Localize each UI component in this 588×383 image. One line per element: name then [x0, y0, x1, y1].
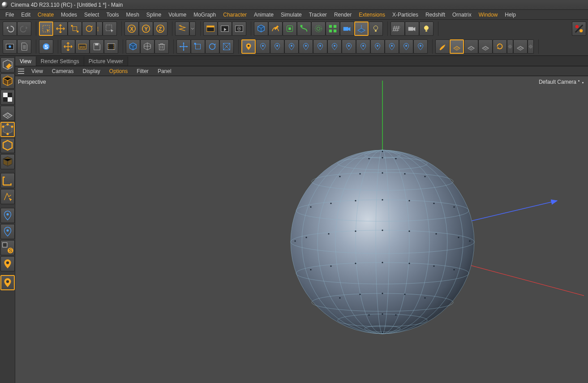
axis-mode-icon[interactable]	[0, 173, 15, 188]
grid-toggle-icon[interactable]	[391, 22, 405, 36]
snap-grid-icon[interactable]	[313, 39, 327, 54]
cube-convert-icon[interactable]	[126, 39, 140, 54]
save-icon[interactable]	[90, 39, 104, 54]
search-blue-icon[interactable]: S	[39, 39, 53, 54]
menu-animate[interactable]: Animate	[250, 11, 277, 19]
psr-lock-icon[interactable]: PSR	[96, 22, 103, 36]
menu-extensions[interactable]: Extensions	[355, 11, 389, 19]
make-editable-icon[interactable]	[0, 57, 15, 73]
cycle-icon[interactable]	[493, 39, 507, 54]
viewport-solo-icon[interactable]: S	[0, 240, 15, 255]
irr-icon[interactable]: IRR	[75, 39, 90, 54]
menu-render[interactable]: Render	[330, 11, 355, 19]
floor-icon[interactable]	[354, 22, 369, 36]
gear-grey2-icon[interactable]	[528, 39, 534, 54]
camera-tag-icon[interactable]	[405, 22, 419, 36]
panel-tab-view[interactable]: View	[15, 56, 36, 66]
tweak-mode-icon[interactable]	[0, 189, 15, 204]
doc-icon[interactable]	[17, 39, 31, 54]
menu-modes[interactable]: Modes	[57, 11, 81, 19]
render-settings-icon[interactable]	[232, 22, 246, 36]
snap-more-icon[interactable]	[413, 39, 428, 54]
plane-y-icon[interactable]	[478, 39, 493, 54]
reset-plane-icon[interactable]	[513, 39, 528, 54]
points-mode-icon[interactable]	[0, 122, 15, 137]
menu-ornatrix[interactable]: Ornatrix	[449, 11, 475, 19]
generator-icon[interactable]	[283, 22, 297, 36]
viewmenu-display[interactable]: Display	[78, 67, 104, 75]
menu-redshift[interactable]: Redshift	[422, 11, 449, 19]
fields-icon[interactable]	[311, 22, 326, 36]
move-tool-icon[interactable]	[53, 22, 68, 36]
menu-help[interactable]: Help	[501, 11, 519, 19]
gear-grey-icon[interactable]	[507, 39, 513, 54]
menu-create[interactable]: Create	[34, 11, 57, 19]
snap-workplane-icon[interactable]	[370, 39, 385, 54]
menu-volume[interactable]: Volume	[165, 11, 190, 19]
coord-dropdown-icon[interactable]	[189, 22, 196, 36]
snap-settings-icon[interactable]	[0, 224, 15, 239]
menu-tracker[interactable]: Tracker	[305, 11, 330, 19]
viewmenu-options[interactable]: Options	[105, 67, 132, 75]
delete-icon[interactable]	[155, 39, 169, 54]
x-axis-icon[interactable]: X	[124, 22, 139, 36]
viewmenu-panel[interactable]: Panel	[153, 67, 176, 75]
xparticles-icon[interactable]	[572, 22, 586, 36]
snap-axis-icon[interactable]	[299, 39, 313, 54]
snap-enable-icon[interactable]	[0, 208, 15, 223]
y-axis-icon[interactable]: Y	[139, 22, 153, 36]
menu-simulate[interactable]: Simulate	[277, 11, 305, 19]
spline-pen-icon[interactable]	[268, 22, 283, 36]
transform-blue-icon[interactable]	[219, 39, 234, 54]
scale-blue-icon[interactable]	[191, 39, 205, 54]
cloner-icon[interactable]	[326, 22, 340, 36]
snap-mid-icon[interactable]	[356, 39, 370, 54]
last-tool-icon[interactable]	[103, 22, 117, 36]
snap-toggle-icon[interactable]	[0, 275, 15, 290]
menu-window[interactable]: Window	[475, 11, 502, 19]
menu-mograph[interactable]: MoGraph	[190, 11, 219, 19]
polygons-mode-icon[interactable]	[0, 154, 15, 169]
z-axis-icon[interactable]: Z	[153, 22, 167, 36]
camera-icon[interactable]	[340, 22, 354, 36]
deformer-icon[interactable]	[297, 22, 311, 36]
snap-poly-icon[interactable]	[284, 39, 299, 54]
coord-system-icon[interactable]	[175, 22, 189, 36]
soft-selection-icon[interactable]	[0, 256, 15, 271]
bulb-icon[interactable]	[419, 22, 433, 36]
take-icon[interactable]	[104, 39, 118, 54]
scale-tool-icon[interactable]	[68, 22, 82, 36]
snap-edge-icon[interactable]	[270, 39, 284, 54]
move-blue-icon[interactable]	[176, 39, 191, 54]
menu-character[interactable]: Character	[219, 11, 250, 19]
texture-mode-icon[interactable]	[0, 90, 15, 105]
render-view-icon[interactable]	[203, 22, 218, 36]
snap-guide-icon[interactable]	[385, 39, 399, 54]
menu-mesh[interactable]: Mesh	[122, 11, 142, 19]
undo-icon[interactable]	[3, 22, 17, 36]
menu-file[interactable]: File	[2, 11, 17, 19]
edges-mode-icon[interactable]	[0, 138, 15, 153]
rotate-tool-icon[interactable]	[82, 22, 96, 36]
panel-tab-picture-viewer[interactable]: Picture Viewer	[84, 56, 128, 66]
panel-tab-render-settings[interactable]: Render Settings	[36, 56, 84, 66]
brush-icon[interactable]	[435, 39, 450, 54]
subd-icon[interactable]	[140, 39, 155, 54]
cube-primitive-icon[interactable]	[254, 22, 268, 36]
menu-select[interactable]: Select	[81, 11, 103, 19]
snap-intersect-icon[interactable]	[342, 39, 356, 54]
viewport[interactable]: Perspective Default Camera	[15, 76, 588, 383]
redo-icon[interactable]	[17, 22, 31, 36]
menu-x-particles[interactable]: X-Particles	[389, 11, 422, 19]
snap-perp-icon[interactable]	[399, 39, 413, 54]
menu-spline[interactable]: Spline	[143, 11, 165, 19]
grid-plane-icon[interactable]	[450, 39, 464, 54]
viewmenu-cameras[interactable]: Cameras	[47, 67, 78, 75]
take-render-icon[interactable]	[3, 39, 17, 54]
workplane-mode-icon[interactable]	[0, 106, 15, 121]
render-pv-icon[interactable]	[218, 22, 232, 36]
viewport-hamburger-icon[interactable]	[15, 69, 27, 74]
menu-edit[interactable]: Edit	[17, 11, 34, 19]
model-mode-icon[interactable]	[0, 73, 15, 89]
light-icon[interactable]	[369, 22, 383, 36]
